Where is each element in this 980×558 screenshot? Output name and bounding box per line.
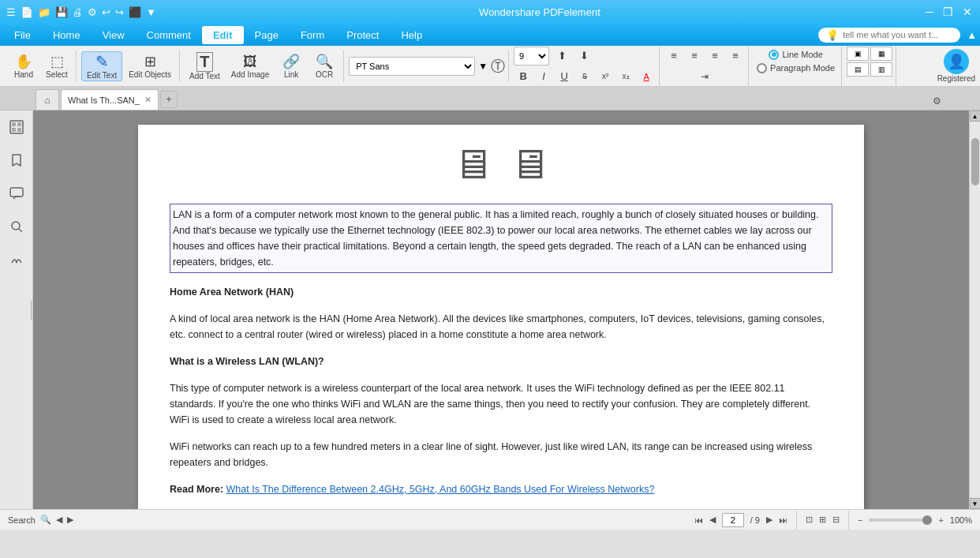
sidebar-thumbnails-icon[interactable] [6, 117, 27, 137]
redo-icon[interactable]: ↪ [115, 6, 124, 18]
page-number-input[interactable] [722, 513, 744, 527]
scroll-thumb[interactable] [971, 138, 979, 185]
home-tab-button[interactable]: ⌂ [36, 89, 59, 110]
search-back-button[interactable]: ◀ [56, 515, 62, 525]
undo-icon[interactable]: ↩ [102, 6, 110, 18]
ocr-icon: 🔍 [316, 53, 333, 70]
scroll-track[interactable] [971, 122, 980, 497]
align-left-button[interactable]: ≡ [664, 47, 683, 66]
select-tool-button[interactable]: ⬚ Select [41, 51, 73, 81]
hand-tool-button[interactable]: ✋ Hand [8, 51, 39, 81]
user-area[interactable]: 👤 Registered [937, 49, 975, 83]
actual-size-button[interactable]: ⊟ [832, 515, 840, 525]
layout-icon-4[interactable]: ▥ [870, 62, 892, 77]
pdf-scroll-area[interactable]: 🖥 🖥 LAN is a form of a computer network … [33, 110, 969, 509]
last-page-button[interactable]: ⏭ [779, 515, 787, 525]
read-more-link[interactable]: What Is The Difference Between 2.4GHz, 5… [226, 484, 655, 495]
tab-close-button[interactable]: ✕ [144, 95, 151, 105]
add-image-button[interactable]: 🖼 Add Image [226, 51, 274, 81]
zoom-slider[interactable] [869, 519, 932, 522]
layout-icon-2[interactable]: ▦ [870, 47, 892, 61]
menu-edit[interactable]: Edit [202, 26, 244, 44]
fit-width-button[interactable]: ⊞ [819, 515, 826, 525]
text-color-button[interactable]: A [637, 67, 656, 86]
font-family-select[interactable]: PT Sans [349, 57, 475, 76]
edit-objects-button[interactable]: ⊞ Edit Objects [124, 51, 176, 81]
minimize-button[interactable]: ─ [923, 6, 936, 18]
main-area: ▶ 🖥 🖥 LAN is a form of a computer networ… [0, 110, 980, 509]
monitor-icon: 🖥 [509, 140, 550, 188]
new-icon[interactable]: 📄 [21, 6, 33, 18]
menu-comment[interactable]: Comment [136, 26, 202, 44]
expand-icon[interactable]: ▲ [967, 29, 977, 41]
prev-page-button[interactable]: ◀ [709, 515, 716, 525]
save-icon[interactable]: 💾 [55, 6, 68, 18]
menu-right: 💡 ▲ [818, 28, 977, 43]
document-tab[interactable]: What Is Th...SAN_ ✕ [61, 89, 159, 110]
new-tab-button[interactable]: + [160, 91, 178, 108]
next-page-button[interactable]: ▶ [766, 515, 772, 525]
menu-file[interactable]: File [3, 26, 42, 44]
italic-button[interactable]: I [534, 67, 553, 86]
sidebar-bookmarks-icon[interactable] [6, 150, 27, 170]
layout-icon-1[interactable]: ▣ [847, 47, 869, 61]
search-forward-button[interactable]: ▶ [67, 515, 73, 525]
sidebar-search-icon[interactable] [6, 216, 27, 237]
app-menu-icon[interactable]: ☰ [6, 6, 16, 18]
selected-text-block[interactable]: LAN is a form of a computer network most… [170, 204, 832, 273]
increase-size-button[interactable]: ⬆ [552, 47, 571, 66]
sidebar-comments-icon[interactable] [6, 183, 27, 204]
menu-protect[interactable]: Protect [335, 26, 390, 44]
open-icon[interactable]: 📁 [38, 6, 50, 18]
left-sidebar: ▶ [0, 110, 33, 509]
size-style-group: 9 ⬆ ⬇ B I U S̶ x² x₂ A [511, 47, 660, 86]
scan-icon[interactable]: ⬛ [129, 6, 141, 18]
layout-icon-3[interactable]: ▤ [847, 62, 869, 77]
tab-settings-button[interactable]: ⚙ [930, 92, 944, 110]
strikethrough-button[interactable]: S̶ [575, 67, 594, 86]
underline-button[interactable]: U [555, 67, 574, 86]
settings-icon[interactable]: ⚙ [88, 6, 97, 18]
font-size-select[interactable]: 9 [514, 47, 549, 66]
bold-button[interactable]: B [514, 67, 533, 86]
add-image-icon: 🖼 [243, 54, 257, 70]
align-right-button[interactable]: ≡ [705, 47, 724, 66]
subscript-button[interactable]: x₂ [616, 67, 635, 86]
zoom-in-button[interactable]: + [938, 515, 943, 525]
restore-button[interactable]: ❐ [942, 6, 955, 18]
scroll-down-button[interactable]: ▼ [970, 498, 981, 509]
menu-view[interactable]: View [92, 26, 136, 44]
zoom-out-button[interactable]: − [858, 515, 862, 525]
link-button[interactable]: 🔗 Link [275, 51, 307, 81]
fit-page-button[interactable]: ⊡ [806, 515, 813, 525]
superscript-button[interactable]: x² [596, 67, 615, 86]
menu-home[interactable]: Home [42, 26, 92, 44]
zoom-thumb[interactable] [922, 515, 932, 525]
edit-text-button[interactable]: ✎ Edit Text [81, 51, 122, 81]
line-mode-radio[interactable]: Line Mode [769, 50, 822, 60]
search-prev-icon[interactable]: 🔍 [40, 515, 51, 525]
mode-group: Line Mode Paragraph Mode [750, 47, 842, 86]
help-search-box[interactable]: 💡 [818, 28, 960, 43]
svg-rect-1 [12, 122, 16, 126]
sidebar-signature-icon[interactable] [6, 249, 27, 270]
more-icon[interactable]: ▼ [146, 6, 156, 18]
menu-page[interactable]: Page [244, 26, 290, 44]
help-search-input[interactable] [843, 30, 945, 39]
paragraph-mode-radio[interactable]: Paragraph Mode [757, 63, 835, 73]
read-more-label: Read More: [170, 484, 223, 495]
ocr-button[interactable]: 🔍 OCR [309, 51, 340, 81]
print-icon[interactable]: 🖨 [73, 6, 83, 18]
align-center-button[interactable]: ≡ [685, 47, 704, 66]
menu-form[interactable]: Form [290, 26, 335, 44]
add-text-button[interactable]: T Add Text [185, 51, 225, 81]
scroll-up-button[interactable]: ▲ [970, 110, 981, 122]
decrease-size-button[interactable]: ⬇ [574, 47, 593, 66]
tool-group-edit: ✎ Edit Text ⊞ Edit Objects [78, 51, 180, 82]
menu-help[interactable]: Help [390, 26, 433, 44]
close-button[interactable]: ✕ [961, 6, 974, 18]
indent-increase-button[interactable]: ⇥ [695, 67, 714, 86]
font-format-group: PT Sans ▼ Ⓣ [346, 51, 509, 82]
align-justify-button[interactable]: ≡ [726, 47, 745, 66]
first-page-button[interactable]: ⏮ [694, 515, 703, 525]
